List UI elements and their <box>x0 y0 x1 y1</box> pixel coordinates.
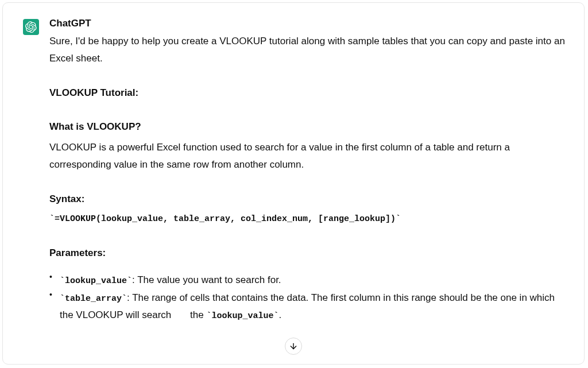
parameters-list: `lookup_value`: The value you want to se… <box>47 272 567 324</box>
list-item: `lookup_value`: The value you want to se… <box>47 272 567 289</box>
tutorial-heading: VLOOKUP Tutorial: <box>49 84 567 102</box>
list-item: `table_array`: The range of cells that c… <box>47 289 567 324</box>
message-content: ChatGPT Sure, I'd be happy to help you c… <box>49 18 567 324</box>
author-name: ChatGPT <box>49 18 567 29</box>
what-is-body: VLOOKUP is a powerful Excel function use… <box>49 139 567 173</box>
openai-logo-icon <box>25 21 37 33</box>
param-code: `lookup_value` <box>60 276 132 286</box>
parameters-heading: Parameters: <box>49 245 567 262</box>
arrow-down-icon <box>289 342 298 351</box>
param-desc-after: the <box>190 309 206 320</box>
param-desc: : The value you want to search for. <box>132 274 281 285</box>
chat-message-card: ChatGPT Sure, I'd be happy to help you c… <box>2 2 585 365</box>
assistant-message: ChatGPT Sure, I'd be happy to help you c… <box>23 18 567 324</box>
param-code: `table_array` <box>60 294 127 304</box>
param-desc-before: : The range of cells that contains the d… <box>60 292 555 320</box>
scroll-to-bottom-button[interactable] <box>285 338 302 355</box>
intro-paragraph: Sure, I'd be happy to help you create a … <box>49 33 567 67</box>
syntax-code: `=VLOOKUP(lookup_value, table_array, col… <box>49 210 567 227</box>
param-code-2: `lookup_value` <box>206 311 278 321</box>
what-is-heading: What is VLOOKUP? <box>49 118 567 135</box>
message-body: Sure, I'd be happy to help you create a … <box>49 33 567 324</box>
assistant-avatar <box>23 19 39 35</box>
syntax-code-text: `=VLOOKUP(lookup_value, table_array, col… <box>49 214 401 224</box>
param-desc-end: . <box>278 309 281 320</box>
syntax-heading: Syntax: <box>49 191 567 208</box>
